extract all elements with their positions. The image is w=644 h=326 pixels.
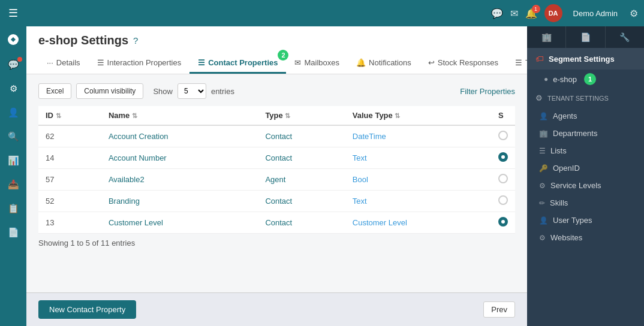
cell-id: 14 [38, 147, 101, 169]
tab-stock-icon: ↩ [428, 58, 435, 67]
tabs-bar: ··· Details ☰ Interaction Properties ☰ C… [38, 53, 515, 74]
col-name[interactable]: Name ⇅ [101, 106, 258, 125]
sidebar-item-agents[interactable]: 👤 Agents [527, 107, 644, 125]
entries-select[interactable]: 5 10 25 50 [177, 83, 206, 99]
table-controls: Excel Column visibility Show 5 10 25 50 … [38, 83, 515, 99]
tab-mailboxes[interactable]: ✉ Mailboxes [286, 53, 348, 74]
search-icon[interactable]: 🔍 [0, 125, 26, 149]
contacts-icon[interactable]: 👤 [0, 101, 26, 125]
cell-type: Contact [258, 147, 345, 169]
cell-status[interactable] [491, 169, 515, 191]
status-radio[interactable] [498, 174, 508, 183]
sidebar-item-departments[interactable]: 🏢 Departments [527, 125, 644, 142]
table-area: Excel Column visibility Show 5 10 25 50 … [26, 74, 527, 292]
agents-label: Agents [553, 111, 577, 120]
col-type[interactable]: Type ⇅ [258, 106, 345, 125]
cell-value-type: Text [345, 191, 491, 212]
tab-notifications[interactable]: 🔔 Notifications [348, 53, 420, 74]
col-id[interactable]: ID ⇅ [38, 106, 101, 125]
page-content: e-shop Settings ? ··· Details ☰ Interact… [26, 26, 527, 326]
tab-details[interactable]: ··· Details [38, 53, 89, 74]
excel-button[interactable]: Excel [38, 83, 71, 99]
skills-icon: ✏ [539, 199, 545, 207]
tab-details-icon: ··· [47, 58, 53, 67]
cell-status[interactable] [491, 147, 515, 169]
tab-details-label: Details [56, 58, 80, 67]
skills-label: Skills [550, 198, 568, 207]
sidebar-tab-2[interactable]: 📄 [565, 26, 604, 48]
tab-contact-properties[interactable]: ☰ Contact Properties 2 [189, 53, 286, 74]
cell-id: 62 [38, 125, 101, 147]
tab-interaction-icon: ☰ [97, 58, 104, 67]
new-contact-property-button[interactable]: New Contact Property [38, 300, 136, 319]
cell-value-type: Text [345, 147, 491, 169]
cell-name[interactable]: Branding [101, 191, 258, 212]
showing-text: Showing 1 to 5 of 11 entries [38, 239, 515, 247]
websites-label: Websites [550, 233, 582, 242]
sidebar-tab-3[interactable]: 🔧 [605, 26, 644, 48]
tenant-label: Tenant Settings [547, 95, 609, 102]
mail-header-icon[interactable]: ✉ [510, 8, 518, 19]
cell-status[interactable] [491, 212, 515, 234]
col-status[interactable]: S [491, 106, 515, 125]
cell-status[interactable] [491, 125, 515, 147]
tab-contact-label: Contact Properties [208, 58, 278, 67]
document-icon[interactable]: 📄 [0, 221, 26, 244]
filter-properties[interactable]: Filter Properties [460, 87, 515, 96]
cell-name[interactable]: Customer Level [101, 212, 258, 234]
eshop-item[interactable]: ● e-shop 1 [527, 70, 644, 89]
menu-icon[interactable]: ☰ [0, 0, 26, 26]
cell-type: Contact [258, 125, 345, 147]
cell-status[interactable] [491, 191, 515, 212]
sidebar-item-lists[interactable]: ☰ Lists [527, 142, 644, 159]
settings-nav-icon[interactable]: ⚙ [0, 77, 26, 101]
sidebar-item-websites[interactable]: ⚙ Websites [527, 229, 644, 246]
cell-name[interactable]: Account Number [101, 147, 258, 169]
avatar[interactable]: DA [544, 4, 562, 22]
status-radio[interactable] [498, 195, 508, 205]
right-sidebar: 🏢 📄 🔧 🏷 Segment Settings ● e-shop 1 ⚙ Te… [527, 26, 644, 326]
column-visibility-button[interactable]: Column visibility [76, 83, 143, 99]
show-label: Show [153, 87, 173, 96]
tab-mailboxes-icon: ✉ [294, 58, 301, 67]
chat-icon[interactable]: 💬 [0, 53, 26, 77]
user-name[interactable]: Demo Admin [573, 9, 618, 18]
segment-section: 🏷 Segment Settings [527, 48, 644, 70]
cell-name[interactable]: Account Creation [101, 125, 258, 147]
sidebar-item-skills[interactable]: ✏ Skills [527, 194, 644, 212]
tab-interaction-properties[interactable]: ☰ Interaction Properties [89, 53, 190, 74]
top-header: 💬 ✉ 🔔 1 DA Demo Admin ⚙ [26, 0, 644, 26]
tab-topics[interactable]: ☰ Topics [507, 53, 527, 74]
bottom-bar: New Contact Property Prev [26, 292, 527, 326]
list-icon[interactable]: 📋 [0, 197, 26, 221]
segment-label: Segment Settings [549, 55, 615, 64]
sidebar-item-user-types[interactable]: 👤 User Types [527, 212, 644, 229]
tab-stock-responses[interactable]: ↩ Stock Responses [420, 53, 507, 74]
tab-mailboxes-label: Mailboxes [304, 58, 339, 67]
col-value-type[interactable]: Value Type ⇅ [345, 106, 491, 125]
help-icon[interactable]: ? [133, 35, 138, 46]
cell-name[interactable]: Available2 [101, 169, 258, 191]
sidebar-tab-1[interactable]: 🏢 [527, 26, 565, 48]
segment-icon: 🏷 [535, 54, 544, 64]
chat-badge [17, 57, 22, 62]
status-radio[interactable] [498, 131, 508, 140]
inbox-icon[interactable]: 📥 [0, 173, 26, 197]
user-types-label: User Types [553, 216, 592, 225]
eshop-badge: 1 [584, 73, 596, 85]
settings-gear-icon[interactable]: ⚙ [630, 8, 638, 19]
tab-topics-label: Topics [525, 58, 527, 67]
cell-type: Contact [258, 191, 345, 212]
type-sort-icon: ⇅ [285, 112, 290, 119]
chat-header-icon[interactable]: 💬 [491, 8, 503, 19]
data-table: ID ⇅ Name ⇅ Type ⇅ Value Type ⇅ S 62Acco… [38, 106, 515, 234]
prev-button[interactable]: Prev [483, 301, 515, 318]
service-levels-label: Service Levels [550, 181, 601, 190]
notification-header-icon[interactable]: 🔔 1 [525, 8, 537, 19]
reports-icon[interactable]: 📊 [0, 149, 26, 173]
sidebar-item-service-levels[interactable]: ⚙ Service Levels [527, 177, 644, 194]
main-area: 💬 ✉ 🔔 1 DA Demo Admin ⚙ e-shop Settings … [26, 0, 644, 326]
status-radio[interactable] [498, 217, 508, 227]
sidebar-item-openid[interactable]: 🔑 OpenID [527, 159, 644, 177]
status-radio[interactable] [498, 152, 508, 162]
